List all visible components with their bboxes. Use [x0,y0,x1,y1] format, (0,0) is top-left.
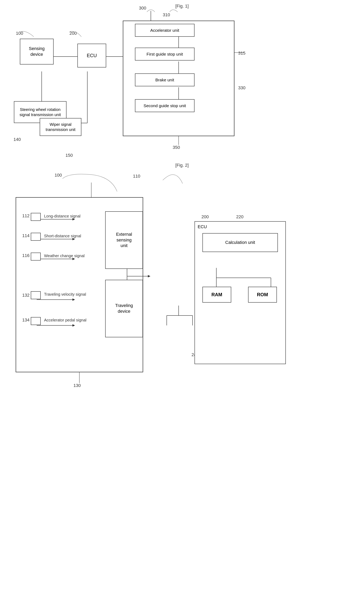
fig1-lines [0,0,364,274]
accelerator-pedal-sensor [31,317,41,325]
label2-100: 100 [55,173,62,178]
traveling-device-box: Traveling device [105,280,143,337]
accelerator-pedal-label: Accelerator pedal signal [44,318,86,322]
wiper-signal-box: Wiper signal transmission unit [40,118,81,136]
weather-change-sensor [31,252,41,261]
page: [Fig. 1] 300 310 100 200 315 330 140 [0,0,364,604]
label-200: 200 [69,31,77,36]
calculation-unit-box: Calculation unit [202,233,278,252]
first-guide-stop-box: First guide stop unit [135,48,195,61]
label2-112: 112 [22,213,30,218]
svg-marker-25 [73,324,75,327]
label2-134: 134 [22,317,30,323]
label2-200: 200 [201,214,209,219]
rom-box: ROM [248,287,277,302]
short-distance-label: Short-distance signal [44,234,81,238]
label-150: 150 [65,153,73,158]
accelerator-unit-box: Accelerator unit [135,24,195,37]
traveling-velocity-label: Traveling velocity signal [44,292,86,297]
label-140: 140 [13,137,21,142]
label-300: 300 [139,6,146,11]
long-distance-label: Long-distance signal [44,214,80,218]
traveling-velocity-sensor [31,291,41,299]
external-sensing-unit: External sensing unit [105,211,143,269]
label2-114: 114 [22,233,30,238]
label2-110: 110 [133,174,140,179]
svg-marker-23 [73,298,75,301]
weather-change-label: Weather change signal [44,253,85,258]
label2-130: 130 [74,383,81,388]
label-330: 330 [238,85,246,90]
fig2-lines [0,163,364,599]
fig2-top-line [0,173,364,212]
fig2-title: [Fig. 2] [0,163,364,168]
label2-220: 220 [236,214,244,219]
brake-unit-box: Brake unit [135,74,195,86]
long-distance-sensor [31,213,41,221]
label-100: 100 [16,31,23,36]
label-310: 310 [163,12,170,17]
label2-116: 116 [22,253,30,258]
second-guide-stop-box: Second guide stop unit [135,99,195,112]
ram-box: RAM [202,287,231,302]
label2-132: 132 [22,293,30,298]
label-350: 350 [173,145,180,150]
short-distance-sensor [31,233,41,241]
ecu-box-fig1: ECU [77,44,106,67]
sensing-device-box: Sensing device [20,39,54,64]
svg-marker-29 [148,275,151,277]
label-315: 315 [238,50,246,56]
fig1-title: [Fig. 1] [0,4,364,9]
